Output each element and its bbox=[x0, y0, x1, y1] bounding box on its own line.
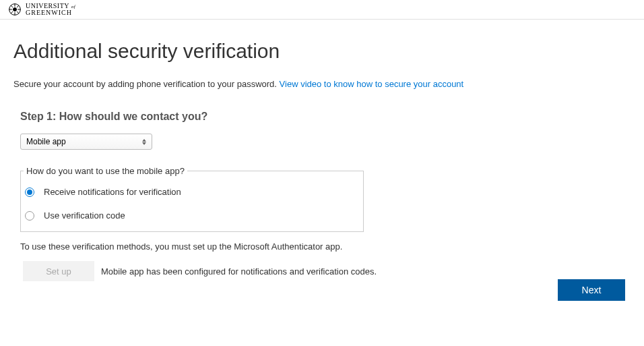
instruction-text: To use these verification methods, you m… bbox=[20, 241, 631, 252]
header: UNIVERSITY of GREENWICH bbox=[0, 0, 644, 20]
contact-method-dropdown[interactable]: Mobile app bbox=[20, 134, 152, 150]
radio-option-verification-code[interactable]: Use verification code bbox=[24, 205, 360, 226]
footer: Next bbox=[558, 279, 625, 301]
radio-icon bbox=[25, 188, 34, 197]
view-video-link[interactable]: View video to know how to secure your ac… bbox=[280, 79, 464, 89]
radio-label: Receive notifications for verification bbox=[44, 187, 181, 197]
subtitle: Secure your account by adding phone veri… bbox=[13, 79, 631, 89]
svg-line-9 bbox=[17, 5, 19, 7]
svg-line-7 bbox=[17, 11, 19, 13]
fieldset-legend: How do you want to use the mobile app? bbox=[24, 166, 187, 176]
setup-status-text: Mobile app has been configured for notif… bbox=[101, 266, 377, 277]
svg-line-6 bbox=[11, 5, 13, 7]
mobile-app-options-fieldset: How do you want to use the mobile app? R… bbox=[20, 166, 364, 232]
setup-button[interactable]: Set up bbox=[23, 261, 94, 281]
next-button[interactable]: Next bbox=[558, 279, 625, 301]
dropdown-selected-value: Mobile app bbox=[26, 137, 66, 146]
radio-icon bbox=[25, 211, 34, 221]
svg-point-1 bbox=[13, 8, 17, 11]
radio-option-notifications[interactable]: Receive notifications for verification bbox=[24, 184, 360, 205]
radio-label: Use verification code bbox=[44, 210, 125, 221]
content: Additional security verification Secure … bbox=[0, 20, 644, 295]
subtitle-text: Secure your account by adding phone veri… bbox=[13, 79, 280, 89]
logo-line2: GREENWICH bbox=[26, 9, 75, 16]
dropdown-arrows-icon bbox=[142, 139, 146, 145]
page-title: Additional security verification bbox=[13, 40, 631, 63]
university-logo-text: UNIVERSITY of GREENWICH bbox=[26, 3, 75, 16]
university-logo-icon bbox=[8, 3, 22, 16]
svg-line-8 bbox=[11, 11, 13, 13]
step-heading: Step 1: How should we contact you? bbox=[20, 111, 631, 123]
setup-row: Set up Mobile app has been configured fo… bbox=[23, 261, 631, 281]
